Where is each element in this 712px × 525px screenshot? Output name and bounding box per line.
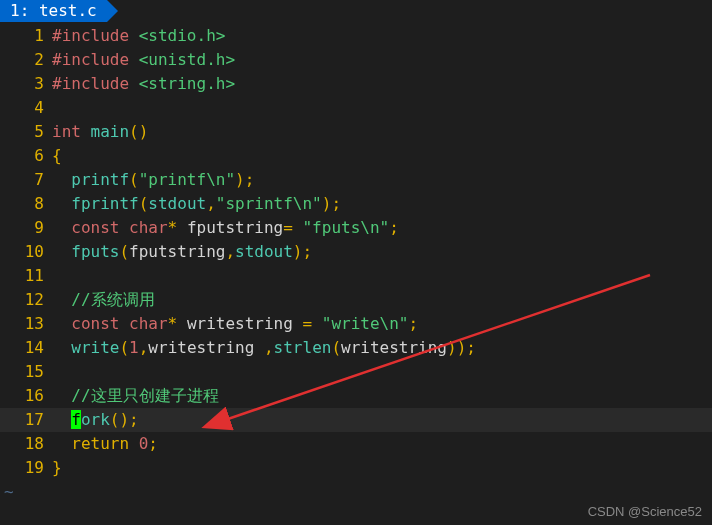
code-line: #include <string.h> (52, 72, 235, 96)
tab-bar: 1: test.c (0, 0, 712, 22)
code-editor[interactable]: 1#include <stdio.h> 2#include <unistd.h>… (0, 22, 712, 482)
code-line: fputs(fputstring,stdout); (52, 240, 312, 264)
line-number: 13 (0, 312, 52, 336)
code-line: //这里只创建子进程 (52, 384, 219, 408)
line-number: 5 (0, 120, 52, 144)
code-line: #include <unistd.h> (52, 48, 235, 72)
line-number: 19 (0, 456, 52, 480)
code-line: return 0; (52, 432, 158, 456)
line-number: 17 (0, 408, 52, 432)
code-line: { (52, 144, 62, 168)
code-line: //系统调用 (52, 288, 155, 312)
watermark: CSDN @Science52 (588, 504, 702, 519)
code-line: fprintf(stdout,"sprintf\n"); (52, 192, 341, 216)
line-number: 16 (0, 384, 52, 408)
code-line: printf("printf\n"); (52, 168, 254, 192)
line-number: 7 (0, 168, 52, 192)
code-line: write(1,writestring ,strlen(writestring)… (52, 336, 476, 360)
line-number: 3 (0, 72, 52, 96)
line-number: 1 (0, 24, 52, 48)
line-number: 12 (0, 288, 52, 312)
line-number: 15 (0, 360, 52, 384)
line-number: 8 (0, 192, 52, 216)
code-line: int main() (52, 120, 148, 144)
line-number: 11 (0, 264, 52, 288)
tab-test-c[interactable]: 1: test.c (0, 0, 107, 22)
tab-filename: test.c (39, 1, 97, 20)
tab-index: 1 (10, 1, 20, 20)
code-line: } (52, 456, 62, 480)
line-number: 6 (0, 144, 52, 168)
line-number: 2 (0, 48, 52, 72)
code-line: #include <stdio.h> (52, 24, 225, 48)
line-number: 10 (0, 240, 52, 264)
line-number: 18 (0, 432, 52, 456)
line-number: 4 (0, 96, 52, 120)
line-number: 9 (0, 216, 52, 240)
code-line: const char* writestring = "write\n"; (52, 312, 418, 336)
empty-line-tilde: ~ (0, 482, 712, 501)
code-line: fork(); (52, 408, 139, 432)
code-line: const char* fputstring= "fputs\n"; (52, 216, 399, 240)
line-number: 14 (0, 336, 52, 360)
cursor: f (71, 410, 81, 429)
